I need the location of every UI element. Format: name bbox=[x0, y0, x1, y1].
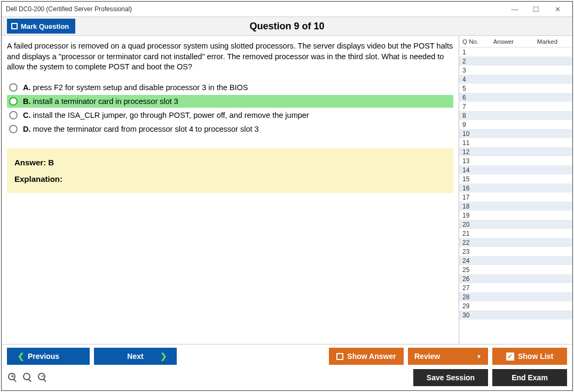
sidebar-row[interactable]: 2 bbox=[459, 57, 572, 66]
option-c[interactable]: C. install the ISA_CLR jumper, go throug… bbox=[7, 109, 453, 122]
answer-value: B bbox=[48, 158, 54, 167]
sidebar-row[interactable]: 29 bbox=[459, 301, 572, 310]
minimize-button[interactable]: — bbox=[504, 3, 525, 15]
sidebar-qno: 13 bbox=[461, 157, 483, 165]
option-letter: C. bbox=[23, 111, 31, 119]
maximize-button[interactable]: ☐ bbox=[525, 3, 547, 15]
sidebar-qno: 12 bbox=[461, 148, 483, 156]
sidebar-row[interactable]: 7 bbox=[459, 102, 572, 111]
close-button[interactable]: ✕ bbox=[547, 3, 568, 15]
sidebar-qno: 19 bbox=[461, 212, 483, 219]
option-d[interactable]: D. move the terminator card from process… bbox=[7, 123, 453, 135]
sidebar-qno: 27 bbox=[461, 284, 483, 292]
review-label: Review bbox=[414, 352, 440, 361]
body: A failed processor is removed on a quad … bbox=[2, 36, 572, 344]
checkbox-icon bbox=[11, 23, 18, 29]
col-header-marked: Marked bbox=[524, 38, 570, 45]
radio-icon bbox=[9, 83, 18, 92]
option-letter: B. bbox=[23, 97, 31, 106]
chevron-left-icon: ❮ bbox=[18, 351, 25, 361]
sidebar-qno: 2 bbox=[461, 58, 483, 65]
next-button[interactable]: Next ❯ bbox=[94, 348, 177, 365]
sidebar-qno: 29 bbox=[461, 302, 483, 310]
sidebar-qno: 26 bbox=[461, 275, 483, 283]
sidebar-row[interactable]: 15 bbox=[459, 174, 572, 183]
sidebar-row[interactable]: 10 bbox=[459, 129, 572, 138]
sidebar-qno: 20 bbox=[461, 221, 483, 228]
sidebar-qno: 16 bbox=[461, 185, 483, 192]
col-header-qno: Q No. bbox=[461, 38, 483, 45]
titlebar: Dell DC0-200 (Certified Server Professio… bbox=[2, 2, 572, 17]
option-text: press F2 for system setup and disable pr… bbox=[33, 83, 248, 92]
sidebar-qno: 22 bbox=[461, 239, 483, 246]
zoom-controls bbox=[7, 372, 49, 383]
end-exam-button[interactable]: End Exam bbox=[492, 369, 567, 386]
window-controls: — ☐ ✕ bbox=[504, 3, 568, 15]
sidebar-row[interactable]: 3 bbox=[459, 66, 572, 75]
sidebar-row[interactable]: 1 bbox=[459, 47, 572, 57]
footer: ❮ Previous Next ❯ Show Answer Review ▼ ✓… bbox=[2, 344, 572, 390]
zoom-reset-button[interactable] bbox=[22, 372, 34, 383]
sidebar-qno: 18 bbox=[461, 203, 483, 210]
sidebar-row[interactable]: 20 bbox=[459, 220, 572, 229]
sidebar-row[interactable]: 8 bbox=[459, 111, 572, 120]
sidebar-qno: 21 bbox=[461, 230, 483, 237]
show-answer-button[interactable]: Show Answer bbox=[329, 348, 404, 365]
question-text: A failed processor is removed on a quad … bbox=[7, 41, 453, 73]
option-text: install the ISA_CLR jumper, go through P… bbox=[33, 111, 309, 119]
magnifier-minus-icon bbox=[38, 373, 45, 380]
sidebar-row[interactable]: 14 bbox=[459, 165, 572, 174]
sidebar-row[interactable]: 12 bbox=[459, 147, 572, 156]
options-list: A. press F2 for system setup and disable… bbox=[7, 81, 453, 135]
sidebar-row[interactable]: 19 bbox=[459, 211, 572, 220]
sidebar-row[interactable]: 28 bbox=[459, 292, 572, 301]
sidebar-qno: 17 bbox=[461, 194, 483, 201]
zoom-in-button[interactable] bbox=[7, 372, 19, 383]
sidebar-row[interactable]: 22 bbox=[459, 238, 572, 247]
sidebar-row[interactable]: 30 bbox=[459, 310, 572, 319]
sidebar-row[interactable]: 13 bbox=[459, 156, 572, 165]
option-a[interactable]: A. press F2 for system setup and disable… bbox=[7, 81, 453, 94]
sidebar-qno: 8 bbox=[461, 112, 483, 119]
sidebar-qno: 25 bbox=[461, 266, 483, 274]
show-list-button[interactable]: ✓ Show List bbox=[492, 348, 567, 365]
sidebar-row[interactable]: 4 bbox=[459, 75, 572, 84]
show-answer-label: Show Answer bbox=[347, 352, 396, 361]
review-button[interactable]: Review ▼ bbox=[408, 348, 488, 365]
explanation-label: Explanation: bbox=[14, 174, 446, 183]
sidebar-row[interactable]: 25 bbox=[459, 265, 572, 274]
zoom-out-button[interactable] bbox=[37, 372, 49, 383]
question-list-sidebar: Q No. Answer Marked 12345678910111213141… bbox=[459, 36, 572, 344]
show-list-label: Show List bbox=[518, 352, 553, 361]
sidebar-row[interactable]: 24 bbox=[459, 256, 572, 265]
sidebar-qno: 10 bbox=[461, 130, 483, 138]
option-letter: A. bbox=[23, 83, 31, 92]
sidebar-row[interactable]: 21 bbox=[459, 229, 572, 238]
save-session-button[interactable]: Save Session bbox=[413, 369, 488, 386]
sidebar-row[interactable]: 6 bbox=[459, 93, 572, 102]
sidebar-qno: 5 bbox=[461, 85, 483, 92]
sidebar-qno: 30 bbox=[461, 311, 483, 319]
sidebar-row[interactable]: 5 bbox=[459, 84, 572, 93]
sidebar-row[interactable]: 27 bbox=[459, 283, 572, 292]
magnifier-icon bbox=[23, 373, 30, 380]
sidebar-qno: 9 bbox=[461, 121, 483, 129]
option-b[interactable]: B. install a terminator card in processo… bbox=[7, 95, 453, 108]
main-pane: A failed processor is removed on a quad … bbox=[2, 36, 459, 344]
sidebar-row[interactable]: 18 bbox=[459, 202, 572, 211]
sidebar-row[interactable]: 17 bbox=[459, 193, 572, 202]
mark-question-button[interactable]: Mark Question bbox=[7, 19, 75, 34]
sidebar-qno: 3 bbox=[461, 67, 483, 74]
previous-button[interactable]: ❮ Previous bbox=[7, 348, 90, 365]
sidebar-row[interactable]: 11 bbox=[459, 138, 572, 147]
radio-icon bbox=[9, 111, 18, 119]
sidebar-qno: 28 bbox=[461, 293, 483, 301]
sidebar-row[interactable]: 23 bbox=[459, 247, 572, 256]
sidebar-row[interactable]: 26 bbox=[459, 274, 572, 283]
sidebar-qno: 11 bbox=[461, 139, 483, 147]
sidebar-rows[interactable]: 1234567891011121314151617181920212223242… bbox=[459, 47, 572, 344]
check-icon: ✓ bbox=[506, 353, 514, 361]
sidebar-row[interactable]: 16 bbox=[459, 183, 572, 193]
sidebar-row[interactable]: 9 bbox=[459, 120, 572, 129]
answer-label: Answer: bbox=[14, 158, 48, 167]
